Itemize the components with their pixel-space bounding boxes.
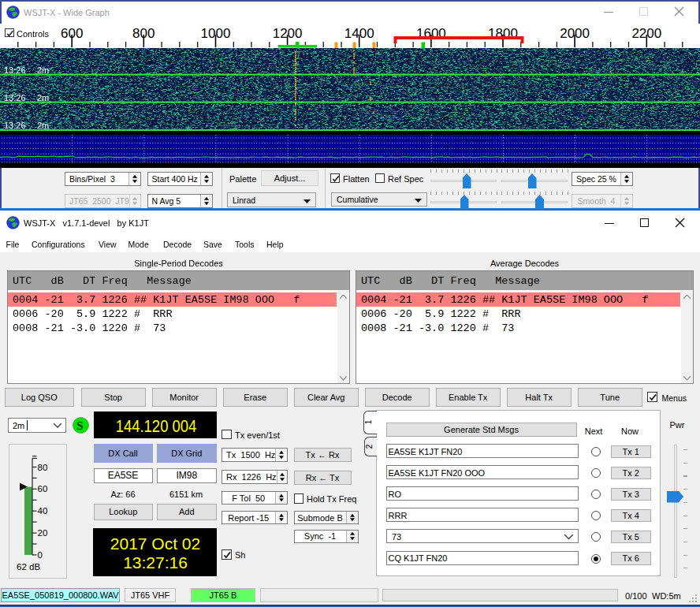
svg-text:2200: 2200 bbox=[631, 26, 661, 41]
svg-text:600: 600 bbox=[61, 26, 83, 41]
svg-text:0: 0 bbox=[38, 550, 43, 560]
svg-text:40: 40 bbox=[38, 506, 48, 516]
svg-text:1200: 1200 bbox=[273, 26, 303, 41]
svg-text:60: 60 bbox=[38, 484, 48, 493]
svg-text:800: 800 bbox=[132, 26, 155, 41]
svg-text:62 dB: 62 dB bbox=[17, 562, 40, 572]
svg-text:20: 20 bbox=[38, 528, 48, 538]
svg-text:80: 80 bbox=[38, 463, 48, 472]
svg-text:2000: 2000 bbox=[560, 26, 590, 41]
svg-text:1000: 1000 bbox=[201, 26, 231, 41]
svg-text:1400: 1400 bbox=[344, 26, 374, 41]
